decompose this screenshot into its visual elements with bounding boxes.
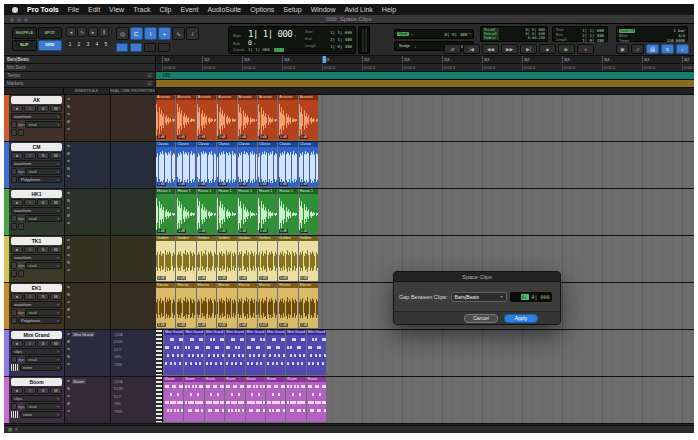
clip-classic-3[interactable]: Classic0 dB	[197, 142, 216, 187]
insert-slot[interactable]	[67, 126, 108, 132]
add-markers-button[interactable]: +	[147, 81, 152, 86]
insert-slot[interactable]	[67, 96, 108, 102]
solo-button[interactable]: S	[37, 340, 49, 347]
insert-slot[interactable]	[67, 393, 108, 399]
track-name-button[interactable]: TK1	[11, 237, 62, 245]
automation-mode-selector[interactable]: read▾	[25, 309, 62, 316]
automation-safe-button[interactable]	[11, 121, 17, 128]
mute-button[interactable]: M	[50, 152, 62, 159]
clip-boom-8[interactable]: Boom	[307, 377, 326, 422]
ruler-name-bars[interactable]: Bars|Beats	[4, 56, 156, 63]
clip-acoustic-5[interactable]: Acoustic0 dB	[238, 95, 257, 140]
slip-mode-button[interactable]: SLIP	[12, 40, 37, 52]
add-tempo-button[interactable]: +	[147, 73, 152, 78]
apply-button[interactable]: Apply	[504, 314, 538, 323]
clip-classic-1[interactable]: Classic0 dB	[156, 142, 175, 187]
clip-electro-6[interactable]: Electro0 dB	[258, 283, 277, 328]
automation-safe-button[interactable]	[11, 309, 17, 316]
link-track-edit-selection-button[interactable]	[144, 43, 156, 52]
automation-mode-selector[interactable]: read▾	[25, 215, 62, 222]
track-name-button[interactable]: Boom	[11, 378, 62, 386]
midi-zoom-button[interactable]: ⇕	[99, 27, 109, 37]
insert-slot[interactable]	[67, 292, 108, 298]
automation-mode-selector[interactable]: read▾	[25, 262, 62, 269]
insert-slot[interactable]	[67, 284, 108, 290]
record-enable-button[interactable]: ●	[11, 340, 23, 347]
solo-button[interactable]: S	[37, 246, 49, 253]
clip-house-1-8[interactable]: House 10 dB	[299, 189, 318, 234]
clip-house-1-4[interactable]: House 10 dB	[217, 189, 236, 234]
clip-electro-5[interactable]: Electro0 dB	[238, 283, 257, 328]
caret-icon[interactable]: ▾	[254, 42, 256, 46]
insert-slot[interactable]	[67, 314, 108, 320]
automation-safe-button[interactable]	[11, 168, 17, 175]
insert-slot[interactable]	[67, 205, 108, 211]
insert-slot[interactable]	[67, 339, 108, 345]
track-view-selector[interactable]: waveform▾	[11, 160, 62, 167]
sub-counter-value[interactable]: 0	[248, 39, 252, 47]
apple-menu-icon[interactable]	[12, 7, 18, 13]
clip-electro-7[interactable]: Electro0 dB	[278, 283, 297, 328]
automation-mode-selector[interactable]: read▾	[25, 168, 62, 175]
clip-mini-grand-7[interactable]: Mini Grand	[286, 330, 305, 375]
tempo-value[interactable]: 120.0000	[667, 38, 685, 43]
insert-slot[interactable]	[67, 111, 108, 117]
clip-boom-2[interactable]: Boom	[184, 377, 203, 422]
mute-button[interactable]: M	[50, 246, 62, 253]
end-value[interactable]: 2| 1| 480	[330, 37, 352, 42]
insert-slot[interactable]	[67, 299, 108, 305]
clip-boom-6[interactable]: Boom	[266, 377, 285, 422]
elastic-audio-selector[interactable]: Polyphonic▾	[18, 317, 62, 324]
clip-mini-grand-4[interactable]: Mini Grand	[225, 330, 244, 375]
menu-audiosuite[interactable]: AudioSuite	[207, 6, 241, 13]
input-monitor-button[interactable]: I	[24, 387, 36, 394]
midi-merge-button[interactable]: ♫	[631, 44, 644, 54]
clip-acoustic-8[interactable]: Acoustic0 dB	[299, 95, 318, 140]
clip-mini-grand-8[interactable]: Mini Grand	[307, 330, 326, 375]
insert-slot[interactable]	[67, 143, 108, 149]
midi-thru-button[interactable]: ♪	[676, 44, 689, 54]
clip-boom-4[interactable]: Boom	[225, 377, 244, 422]
insert-slot[interactable]	[67, 307, 108, 313]
zoomer-tool-button[interactable]: ◎	[116, 27, 129, 40]
menu-help[interactable]: Help	[382, 6, 396, 13]
clip-boom-5[interactable]: Boom	[246, 377, 265, 422]
insert-slot[interactable]: Boom	[67, 378, 108, 384]
clip-acoustic-2[interactable]: Acoustic0 dB	[176, 95, 195, 140]
insert-slot[interactable]	[67, 354, 108, 360]
insert-slot[interactable]	[67, 267, 108, 273]
zoom-preset-5[interactable]: 5	[102, 39, 110, 48]
record-enable-button[interactable]: ●	[11, 246, 23, 253]
insert-slot[interactable]	[67, 252, 108, 258]
clip-acoustic-4[interactable]: Acoustic0 dB	[217, 95, 236, 140]
length-value[interactable]: 1| 0| 480	[330, 44, 352, 49]
clip-classic-4[interactable]: Classic0 dB	[217, 142, 236, 187]
clip-boom-3[interactable]: Boom	[205, 377, 224, 422]
insert-slot[interactable]	[67, 361, 108, 367]
zoom-preset-4[interactable]: 4	[93, 39, 101, 48]
online-button[interactable]: ↺	[444, 44, 461, 54]
insert-slot[interactable]	[67, 158, 108, 164]
input-monitor-button[interactable]: I	[24, 105, 36, 112]
ruler-name-markers[interactable]: Markers+	[4, 80, 156, 87]
clip-electro-4[interactable]: Electro0 dB	[217, 283, 236, 328]
track-view-selector[interactable]: waveform▾	[11, 254, 62, 261]
insert-slot[interactable]	[67, 104, 108, 110]
menu-file[interactable]: File	[68, 6, 79, 13]
insert-slot[interactable]	[67, 346, 108, 352]
track-view-selector[interactable]: waveform▾	[11, 113, 62, 120]
insert-slot[interactable]	[67, 173, 108, 179]
minimize-window-icon[interactable]	[17, 18, 21, 22]
record-enable-button[interactable]: ●	[11, 152, 23, 159]
mute-button[interactable]: M	[50, 105, 62, 112]
patch-selector[interactable]: none▾	[20, 411, 62, 418]
track-view-selector[interactable]: clips▾	[11, 348, 62, 355]
ruler-name-tempo[interactable]: Tempo+	[4, 72, 156, 79]
audio-zoom-button[interactable]: ∿	[77, 27, 87, 37]
clip-electro-3[interactable]: Electro0 dB	[197, 283, 216, 328]
grid-value[interactable]: 0| 0| 480	[445, 32, 468, 37]
clip-boom-7[interactable]: Boom	[286, 377, 305, 422]
record-enable-button[interactable]: ●	[11, 293, 23, 300]
selector-tool-button[interactable]: I	[144, 27, 157, 40]
patch-selector[interactable]: none▾	[20, 364, 62, 371]
